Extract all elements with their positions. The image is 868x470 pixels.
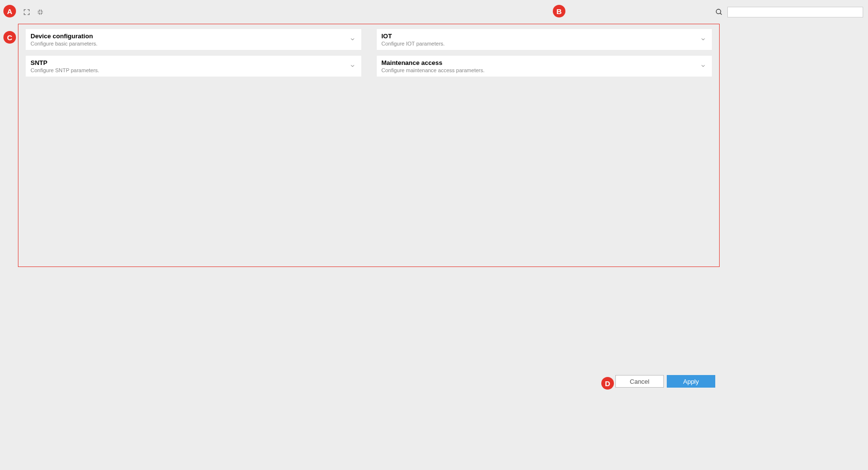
panel-description: Configure IOT parameters.: [382, 41, 445, 47]
footer-actions: Cancel Apply: [615, 375, 715, 388]
expand-icon[interactable]: [22, 8, 31, 16]
top-toolbar: [22, 5, 863, 19]
annotation-badge-d: D: [601, 377, 614, 390]
panel-title: SNTP: [31, 59, 99, 66]
panel-text: IOT Configure IOT parameters.: [382, 32, 445, 47]
panel-title: IOT: [382, 32, 445, 40]
main-config-area: Device configuration Configure basic par…: [18, 24, 720, 267]
toolbar-left-group: [22, 8, 45, 16]
panel-title: Device configuration: [31, 32, 97, 40]
panel-device-configuration[interactable]: Device configuration Configure basic par…: [26, 29, 361, 50]
panel-column-right: IOT Configure IOT parameters. Maintenanc…: [377, 29, 712, 77]
panel-maintenance-access[interactable]: Maintenance access Configure maintenance…: [377, 56, 712, 77]
collapse-icon[interactable]: [36, 8, 45, 16]
panel-description: Configure basic parameters.: [31, 41, 97, 47]
toolbar-right-group: [715, 7, 863, 17]
panel-text: Device configuration Configure basic par…: [31, 32, 97, 47]
panel-column-left: Device configuration Configure basic par…: [26, 29, 361, 77]
search-input[interactable]: [727, 7, 863, 17]
panel-text: Maintenance access Configure maintenance…: [382, 59, 485, 73]
chevron-down-icon: [700, 35, 706, 44]
cancel-button[interactable]: Cancel: [615, 375, 664, 388]
panel-description: Configure maintenance access parameters.: [382, 67, 485, 73]
svg-point-0: [716, 9, 721, 14]
chevron-down-icon: [350, 62, 355, 71]
svg-line-1: [720, 13, 722, 15]
search-icon[interactable]: [715, 8, 723, 16]
panel-title: Maintenance access: [382, 59, 485, 66]
chevron-down-icon: [350, 35, 355, 44]
annotation-badge-a: A: [3, 5, 16, 17]
panel-iot[interactable]: IOT Configure IOT parameters.: [377, 29, 712, 50]
annotation-badge-c: C: [3, 31, 16, 44]
chevron-down-icon: [700, 62, 706, 71]
apply-button[interactable]: Apply: [667, 375, 715, 388]
panel-description: Configure SNTP parameters.: [31, 67, 99, 73]
panel-text: SNTP Configure SNTP parameters.: [31, 59, 99, 73]
panel-sntp[interactable]: SNTP Configure SNTP parameters.: [26, 56, 361, 77]
panel-grid: Device configuration Configure basic par…: [26, 29, 712, 77]
annotation-badge-b: B: [553, 5, 565, 17]
